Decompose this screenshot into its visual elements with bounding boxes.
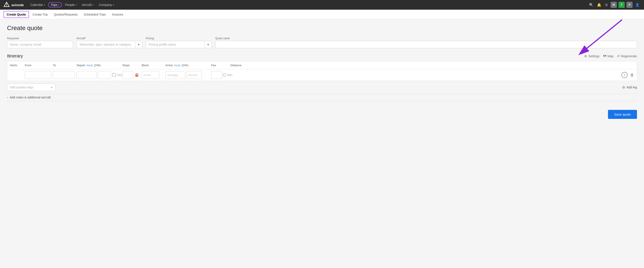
people-arrow-icon: ▾ [76, 4, 77, 6]
aircraft-arrow-icon: ▾ [92, 4, 94, 6]
aircraft-input[interactable] [77, 41, 135, 48]
settings-icon[interactable]: ⚙ [604, 2, 609, 8]
quote-name-label: Quote name [215, 37, 637, 40]
depart-time-input[interactable]: 09:00 [98, 71, 111, 79]
distance-cell: + 🗑 [230, 72, 634, 78]
pax-tbd-checkbox[interactable] [223, 73, 226, 77]
stops-cell: ⛽ [122, 71, 140, 79]
itinerary-title: Itinerary [7, 53, 23, 59]
trips-arrow-icon: ▾ [58, 4, 59, 6]
tab-scheduled-trips[interactable]: Scheduled Trips [81, 11, 108, 18]
logo-text: avinode [12, 3, 24, 7]
itinerary-actions: ⚙ Settings 🗺 Map ↺ Regenerate [584, 54, 637, 58]
pricing-input[interactable] [146, 41, 204, 48]
requester-group: Requester [7, 37, 73, 48]
table-header-row: Alerts From To Depart local (24h) Stops … [7, 61, 637, 69]
col-header-block: Block [142, 64, 164, 67]
settings-gear-icon: ⚙ [584, 54, 587, 58]
regenerate-icon: ↺ [617, 54, 620, 58]
aircraft-dropdown-icon[interactable]: ▾ [135, 41, 142, 48]
tbd-checkbox-group: TBD [112, 73, 122, 77]
tab-create-quote[interactable]: Create Quote [4, 11, 29, 18]
arrive-time-input[interactable] [186, 71, 202, 79]
nav-trips[interactable]: Trips ▾ [48, 2, 62, 7]
col-header-to: To [53, 64, 75, 67]
nav-calendar[interactable]: Calendar ▾ [28, 2, 47, 7]
position-legs-chevron-icon: ▾ [51, 86, 52, 89]
aircraft-input-wrapper: ▾ [76, 41, 142, 48]
tbd-checkbox[interactable] [112, 73, 116, 77]
to-input[interactable] [53, 71, 75, 79]
notes-section[interactable]: › Add notes & additional aircraft [7, 94, 637, 101]
nav-people[interactable]: People ▾ [63, 2, 79, 7]
itinerary-header: Itinerary ⚙ Settings 🗺 Map ↺ Regenerate [7, 53, 637, 59]
itinerary-table: Alerts From To Depart local (24h) Stops … [7, 61, 637, 81]
add-leg-plus-icon: ⊕ [622, 85, 625, 90]
top-nav: avinode Calendar ▾ Trips ▾ People ▾ Airc… [0, 0, 644, 10]
map-icon: 🗺 [603, 54, 606, 58]
requester-label: Requester [7, 37, 73, 40]
page-title: Create quote [7, 24, 637, 32]
from-input[interactable] [25, 71, 51, 79]
calendar-arrow-icon: ▾ [44, 4, 45, 6]
pricing-group: Pricing ▾ [146, 37, 212, 48]
position-legs-dropdown[interactable]: Add position legs ▾ [7, 84, 55, 91]
tab-quotes-requests[interactable]: Quotes/Requests [51, 11, 80, 18]
nav-company[interactable]: Company ▾ [97, 2, 116, 7]
regenerate-button[interactable]: ↺ Regenerate [617, 54, 637, 58]
save-quote-button[interactable]: Save quote [608, 110, 637, 119]
search-icon[interactable]: 🔍 [588, 2, 594, 8]
bell-icon[interactable]: 🔔 [596, 2, 602, 8]
avatar-p[interactable]: P [626, 2, 632, 8]
fuel-icon[interactable]: ⛽ [135, 73, 139, 77]
col-header-from: From [25, 64, 51, 67]
table-row: 102822 09:00 TBD ⛽ [7, 69, 637, 81]
tbd-label: TBD [117, 73, 122, 77]
aircraft-group: Aircraft* ▾ [76, 37, 142, 48]
arrive-date-input[interactable] [166, 71, 185, 79]
tab-create-trip[interactable]: Create Trip [30, 11, 50, 18]
bottom-area: Save quote [7, 106, 637, 122]
col-header-alerts: Alerts [10, 64, 23, 67]
quote-name-group: Quote name [215, 37, 637, 48]
depart-cell: 102822 09:00 TBD [77, 71, 120, 79]
pricing-dropdown-icon[interactable]: ▾ [204, 41, 212, 48]
quote-name-input[interactable] [215, 41, 637, 48]
form-row: Requester Aircraft* ▾ Pricing ▾ Quote na… [7, 37, 637, 48]
col-header-depart: Depart local (24h) [77, 64, 120, 67]
main-content: Create quote Requester Aircraft* ▾ Prici… [0, 19, 644, 268]
to-cell [53, 71, 75, 79]
nav-right: 🔍 🔔 ⚙ M T P 👤 [588, 2, 640, 8]
depart-date-input[interactable]: 102822 [77, 71, 96, 79]
pax-cell: TBD [211, 71, 229, 79]
col-header-stops: Stops [122, 64, 140, 67]
position-legs-row: Add position legs ▾ ⊕ Add leg [7, 84, 637, 91]
nav-aircraft[interactable]: Aircraft ▾ [80, 2, 96, 7]
requester-input[interactable] [7, 41, 73, 48]
notes-chevron-icon: › [7, 96, 8, 99]
avatar-m[interactable]: M [610, 2, 617, 8]
col-header-pax: Pax [211, 64, 229, 67]
block-cell [142, 71, 164, 79]
add-circle-button[interactable]: + [622, 72, 628, 78]
col-header-arrive: Arrive local (24h) [166, 64, 209, 67]
pax-input[interactable] [211, 71, 222, 79]
map-button[interactable]: 🗺 Map [603, 54, 614, 58]
pricing-label: Pricing [146, 37, 212, 40]
avatar-t[interactable]: T [618, 2, 625, 8]
logo[interactable]: avinode [4, 2, 24, 8]
add-leg-button[interactable]: ⊕ Add leg [622, 85, 637, 90]
nav-left: avinode Calendar ▾ Trips ▾ People ▾ Airc… [4, 2, 116, 8]
arrive-cell [166, 71, 209, 79]
delete-row-button[interactable]: 🗑 [630, 73, 634, 77]
user-icon[interactable]: 👤 [634, 2, 640, 8]
stops-input[interactable] [122, 71, 133, 79]
settings-button[interactable]: ⚙ Settings [584, 54, 600, 58]
block-input[interactable] [142, 71, 159, 79]
aircraft-label: Aircraft* [76, 37, 142, 40]
tab-invoices[interactable]: Invoices [110, 11, 126, 18]
sub-nav: Create Quote Create Trip Quotes/Requests… [0, 10, 644, 19]
pricing-input-wrapper: ▾ [146, 41, 212, 48]
company-arrow-icon: ▾ [113, 4, 114, 6]
col-header-distance: Distance [230, 64, 634, 67]
